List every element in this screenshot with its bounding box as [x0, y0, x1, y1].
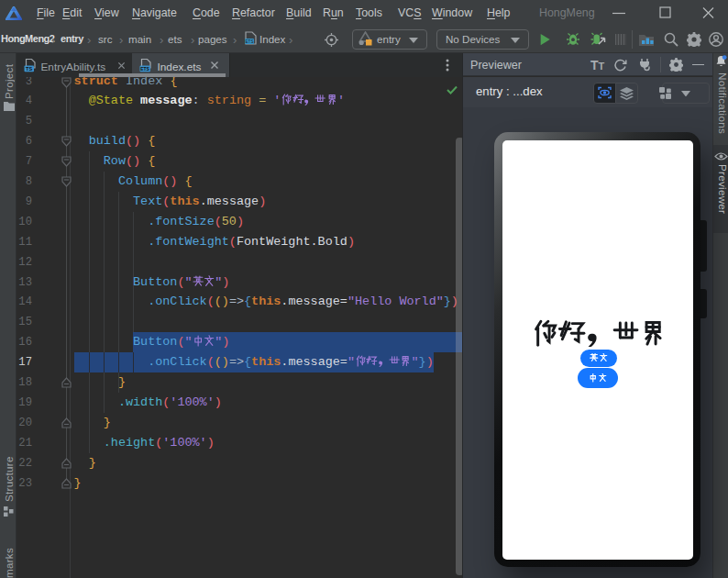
- svg-text:ETS: ETS: [140, 66, 149, 72]
- svg-text:ETS: ETS: [246, 39, 254, 44]
- svg-text:TS: TS: [26, 66, 32, 72]
